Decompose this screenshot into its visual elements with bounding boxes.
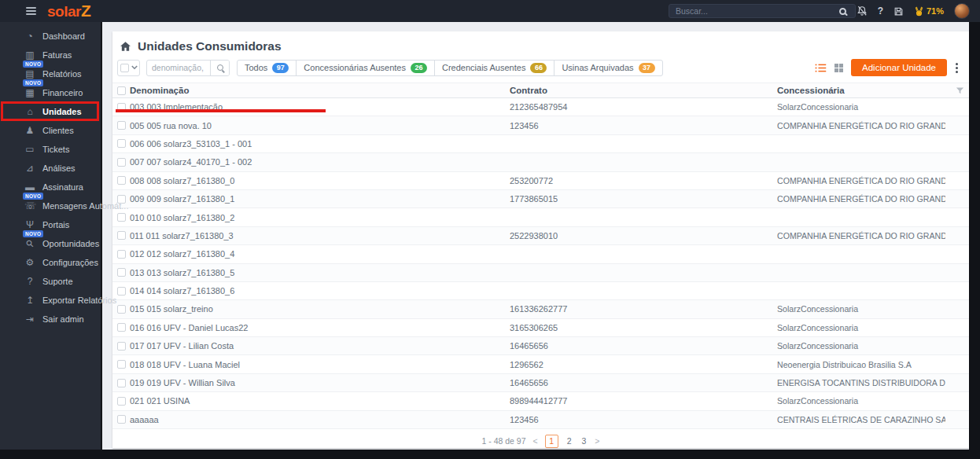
header-checkbox[interactable]: [117, 86, 126, 95]
notifications-muted-icon[interactable]: [857, 6, 868, 17]
filter-tab-credenciais-ausentes[interactable]: Credenciais Ausentes66: [434, 60, 554, 76]
export-icon: ↥: [24, 295, 35, 306]
sidebar-item-exportar-relatorios[interactable]: ↥ Exportar Relatórios: [0, 291, 101, 310]
sidebar-item-suporte[interactable]: ? Suporte: [0, 272, 101, 291]
sidebar-item-mensagens-automaticas[interactable]: NOVO ☏ Mensagens Automát...: [0, 196, 101, 215]
list-view-icon[interactable]: [815, 63, 827, 73]
row-checkbox[interactable]: [117, 231, 126, 240]
filter-tab-concessionarias-ausentes[interactable]: Concessionárias Ausentes26: [296, 60, 435, 76]
row-checkbox[interactable]: [117, 176, 126, 185]
table-row[interactable]: 008 008 solarz7_161380_0 253200772 COMPA…: [112, 172, 969, 190]
chevron-down-icon: [131, 65, 138, 70]
menu-icon[interactable]: [26, 7, 36, 15]
sidebar-item-configuracoes[interactable]: ⚙ Configurações: [0, 253, 101, 272]
cell-denominacao: 013 013 solarz7_161380_5: [130, 268, 510, 277]
select-all-dropdown[interactable]: [117, 60, 140, 76]
score-widget[interactable]: 71%: [914, 6, 944, 17]
table-header: Denominação Contrato Concessionária: [112, 83, 969, 98]
user-avatar[interactable]: [954, 3, 970, 19]
filter-count-badge: 37: [639, 63, 655, 73]
sidebar-item-assinatura[interactable]: ▬ Assinatura: [0, 178, 101, 196]
table-row[interactable]: 009 009 solarz7_161380_1 1773865015 COMP…: [112, 190, 969, 208]
table-row[interactable]: 005 005 rua nova. 10 123456 COMPANHIA EN…: [112, 116, 969, 134]
table-row[interactable]: 021 021 USINA 898944412777 SolarzConcess…: [112, 392, 969, 410]
select-all-checkbox[interactable]: [120, 64, 129, 72]
row-checkbox[interactable]: [117, 379, 126, 387]
pagination-page-2[interactable]: 2: [566, 436, 573, 446]
table-row[interactable]: 010 010 solarz7_161380_2: [112, 208, 969, 226]
filter-tab-todos[interactable]: Todos97: [237, 60, 297, 76]
row-checkbox[interactable]: [117, 139, 126, 148]
pagination-page-3[interactable]: 3: [580, 436, 588, 446]
table-row[interactable]: 007 007 solarz4_40170_1 - 002: [112, 153, 969, 171]
table-row[interactable]: 017 017 UFV - Lilian Costa 16465656 Sola…: [112, 337, 969, 355]
table-row[interactable]: 016 016 UFV - Daniel Lucas22 3165306265 …: [112, 319, 969, 337]
row-checkbox[interactable]: [117, 305, 126, 314]
sidebar-item-label: Exportar Relatórios: [42, 296, 116, 305]
row-checkbox[interactable]: [117, 342, 126, 351]
row-checkbox[interactable]: [117, 323, 126, 332]
more-options-icon[interactable]: [955, 63, 958, 73]
cell-concessionaria: COMPANHIA ENERGÉTICA DO RIO GRANDE DO NO…: [777, 121, 945, 130]
sidebar-item-analises[interactable]: ⊿ Análises: [0, 159, 101, 178]
grid-view-icon[interactable]: [834, 64, 843, 72]
table-row[interactable]: 006 006 solarz3_53103_1 - 001: [112, 135, 969, 153]
sidebar-item-oportunidades[interactable]: NOVO ⚲ Oportunidades: [0, 234, 101, 253]
row-checkbox[interactable]: [117, 213, 126, 222]
sidebar: ◔ Dashboard ▥ Faturas NOVO ▤ Relatórios …: [0, 22, 102, 450]
sidebar-item-faturas[interactable]: ▥ Faturas: [0, 46, 101, 64]
row-checkbox[interactable]: [117, 287, 126, 296]
filter-count-badge: 26: [411, 63, 427, 73]
help-icon[interactable]: ?: [878, 6, 883, 17]
cell-denominacao: 018 018 UFV - Luana Maciel: [130, 360, 510, 369]
table-row[interactable]: 003 003 Implementação 212365487954 Solar…: [112, 98, 969, 116]
save-icon[interactable]: [893, 6, 904, 17]
invoices-icon: ▥: [24, 50, 35, 61]
table-search-input[interactable]: [147, 63, 210, 72]
table-row[interactable]: 018 018 UFV - Luana Maciel 1296562 Neoen…: [112, 355, 969, 373]
pagination-prev[interactable]: <: [533, 436, 538, 446]
row-checkbox[interactable]: [117, 103, 126, 112]
row-checkbox[interactable]: [117, 250, 126, 259]
table-search-button[interactable]: [210, 60, 229, 76]
pagination-next[interactable]: >: [595, 436, 599, 446]
add-unit-button[interactable]: Adicionar Unidade: [851, 59, 947, 76]
table-body: 003 003 Implementação 212365487954 Solar…: [112, 98, 969, 429]
table-row[interactable]: aaaaaa 123456 CENTRAIS ELÉTRICAS DE CARA…: [112, 411, 969, 429]
app-logo[interactable]: solarZ: [47, 2, 90, 20]
sidebar-item-relatorios[interactable]: NOVO ▤ Relatórios: [0, 64, 101, 83]
pagination-page-1[interactable]: 1: [545, 435, 558, 448]
sidebar-item-tickets[interactable]: ▭ Tickets: [0, 140, 101, 159]
sidebar-item-clientes[interactable]: ♟ Clientes: [0, 121, 101, 140]
row-checkbox[interactable]: [117, 360, 126, 369]
sidebar-item-unidades[interactable]: ⌂ Unidades: [0, 102, 101, 121]
toolbar: Todos97Concessionárias Ausentes26Credenc…: [117, 59, 958, 76]
sidebar-item-sair-admin[interactable]: ⇥ Sair admin: [0, 310, 101, 329]
row-checkbox[interactable]: [117, 158, 126, 167]
sidebar-item-portais[interactable]: Ψ Portais: [0, 215, 101, 234]
sidebar-item-financeiro[interactable]: NOVO ▦ Financeiro: [0, 83, 101, 102]
sidebar-item-label: Financeiro: [42, 88, 83, 97]
filter-tab-usinas-arquivadas[interactable]: Usinas Arquivadas37: [554, 60, 662, 76]
row-checkbox[interactable]: [117, 268, 126, 277]
table-row[interactable]: 014 014 solarz7_161380_6: [112, 282, 969, 300]
global-search-input[interactable]: [669, 4, 856, 18]
sidebar-item-label: Configurações: [42, 258, 98, 267]
table-row[interactable]: 015 015 solarz_treino 161336262777 Solar…: [112, 300, 969, 318]
sidebar-item-dashboard[interactable]: ◔ Dashboard: [0, 27, 101, 46]
cell-concessionaria: SolarzConcessionaria: [777, 102, 945, 112]
settings-icon: ⚙: [24, 257, 35, 268]
table-row[interactable]: 019 019 UFV - Willian Silva 16465656 ENE…: [112, 374, 969, 392]
table-row[interactable]: 011 011 solarz7_161380_3 2522938010 COMP…: [112, 227, 969, 245]
table-row[interactable]: 012 012 solarz7_161380_4: [112, 245, 969, 263]
search-icon[interactable]: [839, 8, 846, 15]
row-checkbox[interactable]: [117, 415, 126, 424]
cell-contrato: 253200772: [510, 176, 777, 185]
subscription-icon: ▬: [24, 182, 35, 193]
row-checkbox[interactable]: [117, 121, 126, 130]
row-checkbox[interactable]: [117, 397, 126, 406]
filter-icon[interactable]: [956, 86, 964, 95]
sidebar-item-label: Oportunidades: [42, 239, 99, 248]
main-area: Unidades Consumidoras Todos97Concessioná…: [102, 22, 969, 450]
table-row[interactable]: 013 013 solarz7_161380_5: [112, 264, 969, 282]
